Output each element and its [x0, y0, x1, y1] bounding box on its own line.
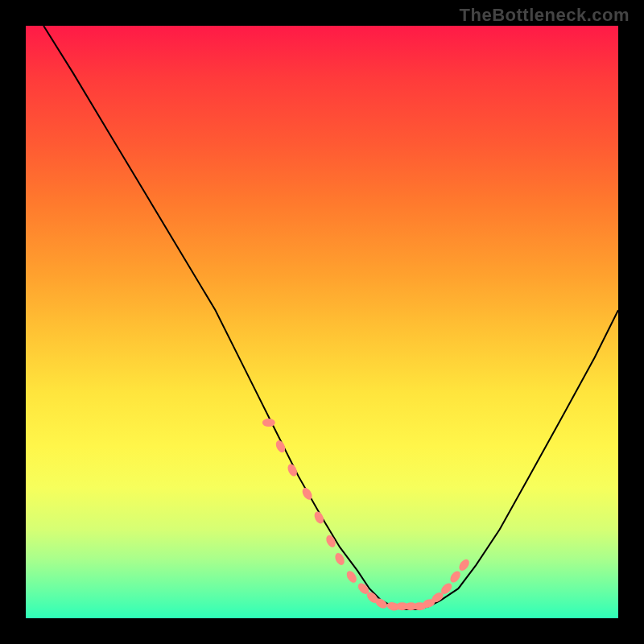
watermark-text: TheBottleneck.com	[460, 5, 630, 26]
plot-area	[26, 26, 618, 618]
marker-point	[274, 439, 287, 454]
marker-point	[448, 569, 463, 584]
curve-path	[43, 26, 618, 609]
marker-point	[312, 510, 325, 526]
marker-point	[345, 569, 358, 584]
marker-group	[262, 419, 472, 612]
marker-point	[262, 419, 275, 427]
chart-frame: TheBottleneck.com	[0, 0, 644, 644]
chart-svg	[26, 26, 618, 618]
marker-point	[457, 557, 472, 572]
marker-point	[286, 463, 299, 478]
